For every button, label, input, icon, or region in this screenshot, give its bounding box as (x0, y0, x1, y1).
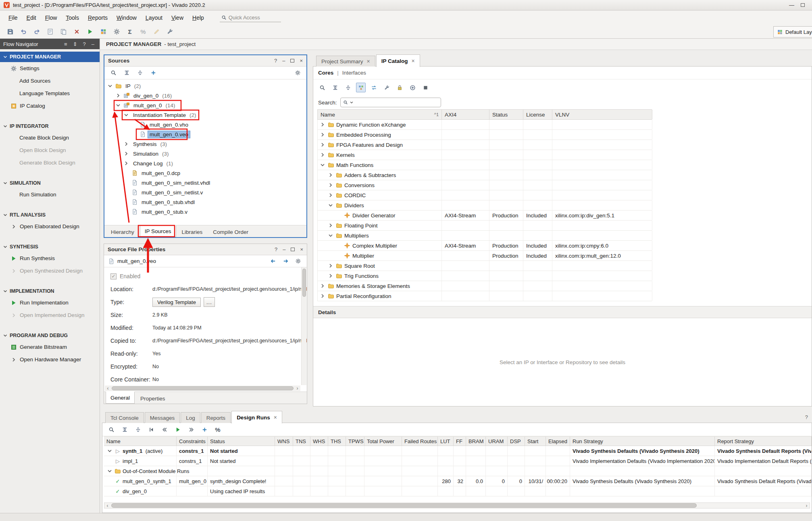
bottom-help-button[interactable]: ? (805, 414, 808, 420)
minimize-panel-button[interactable]: – (282, 58, 285, 64)
search-button[interactable] (108, 68, 118, 78)
layout-selector-button[interactable]: Default Layou (773, 26, 812, 38)
flow-item-open-block-design[interactable]: Open Block Design (0, 144, 100, 156)
caret-right-icon[interactable] (115, 92, 121, 99)
run-row-mult-gen-0-synth-1[interactable]: ✓mult_gen_0_synth_1mult_gen_0synth_desig… (104, 476, 812, 486)
caret-down-icon[interactable] (2, 180, 8, 186)
flow-section-project-manager[interactable]: PROJECT MANAGER (0, 52, 100, 62)
flow-item-open-synthesized-design[interactable]: Open Synthesized Design (0, 265, 100, 277)
runs-column-dsp[interactable]: DSP (508, 437, 525, 446)
ip-column-name[interactable]: Name^1 (318, 110, 442, 119)
ip-row-square-root[interactable]: Square Root (318, 261, 652, 271)
scrollbar-thumb[interactable] (112, 386, 294, 390)
tree-item-mult-gen-0-sim-netlist-v[interactable]: mult_gen_0_sim_netlist.v (104, 188, 306, 197)
tree-item-div-gen-0[interactable]: div_gen_0(16) (104, 91, 306, 100)
edit-button[interactable] (151, 27, 162, 37)
caret-right-icon[interactable] (319, 293, 326, 299)
settings-button[interactable] (111, 27, 122, 37)
ip-row-fpga-features-and-design[interactable]: FPGA Features and Design (318, 140, 652, 150)
ipcat-search-input[interactable] (340, 98, 441, 107)
runs-column-status[interactable]: Status (208, 437, 275, 446)
caret-down-icon[interactable] (327, 202, 334, 208)
add-button[interactable] (148, 68, 158, 78)
scroll-right-icon[interactable]: › (294, 386, 300, 391)
redo-button[interactable] (31, 27, 42, 37)
search-button[interactable] (106, 425, 116, 434)
wrench-button[interactable] (164, 27, 175, 37)
add-button[interactable] (200, 425, 209, 434)
bottom-tab-log[interactable]: Log (181, 412, 200, 423)
report-button[interactable] (45, 27, 55, 37)
collapse-all-button[interactable] (122, 68, 131, 78)
run-row-out-of-context-module-runs[interactable]: Out-of-Context Module Runs (104, 466, 812, 476)
tree-item-mult-gen-0-veo[interactable]: mult_gen_0.veo (104, 129, 306, 139)
flow-section-synthesis[interactable]: SYNTHESIS (0, 242, 100, 252)
menu-reports[interactable]: Reports (83, 13, 112, 23)
sources-tab-libraries[interactable]: Libraries (177, 227, 208, 237)
bottom-tab-reports[interactable]: Reports (201, 412, 231, 423)
runs-column-failed-routes[interactable]: Failed Routes (402, 437, 438, 446)
caret-right-icon[interactable] (319, 152, 326, 158)
flow-section-implementation[interactable]: IMPLEMENTATION (0, 286, 100, 296)
ip-row-floating-point[interactable]: Floating Point (318, 221, 652, 231)
float-panel-button[interactable] (290, 59, 294, 63)
tree-item-mult-gen-0-sim-netlist-vhdl[interactable]: mult_gen_0_sim_netlist.vhdl (104, 178, 306, 188)
wrench-button[interactable] (382, 83, 391, 92)
flow-section-rtl-analysis[interactable]: RTL ANALYSIS (0, 210, 100, 220)
run-row-synth-1[interactable]: ▷synth_1 (active)constrs_1Not startedViv… (104, 446, 812, 456)
ip-row-trig-functions[interactable]: Trig Functions (318, 271, 652, 281)
maximize-window-button[interactable] (801, 3, 805, 7)
caret-down-icon[interactable] (2, 288, 8, 294)
caret-right-icon[interactable] (10, 312, 17, 319)
ip-row-cordic[interactable]: CORDIC (318, 190, 652, 200)
interfaces-tab[interactable]: Interfaces (342, 70, 366, 76)
tree-item-mult-gen-0-stub-v[interactable]: mult_gen_0_stub.v (104, 207, 306, 217)
tree-item-change-log[interactable]: Change Log(1) (104, 158, 306, 168)
help-button[interactable]: ? (275, 246, 277, 252)
expand-all-button[interactable] (343, 83, 353, 92)
runs-column-whs[interactable]: WHS (310, 437, 328, 446)
collapse-all-button[interactable] (330, 83, 340, 92)
tree-item-mult-gen-0-vho[interactable]: mult_gen_0.vho (104, 120, 306, 129)
sources-settings-button[interactable] (293, 68, 302, 78)
menu-edit[interactable]: Edit (22, 13, 41, 23)
close-tab-icon[interactable]: × (367, 58, 370, 65)
stop-button[interactable] (421, 83, 430, 92)
ipcat-tab-ip-catalog[interactable]: IP Catalog× (376, 54, 420, 67)
flow-item-ip-catalog[interactable]: IP Catalog (0, 100, 100, 112)
flow-section-program-and-debug[interactable]: PROGRAM AND DEBUG (0, 330, 100, 341)
percent-button[interactable]: % (213, 425, 223, 434)
caret-down-icon[interactable] (327, 232, 334, 239)
menu-tools[interactable]: Tools (61, 13, 83, 23)
vertical-scrollbar[interactable] (301, 267, 306, 385)
props-tab-properties[interactable]: Properties (135, 394, 170, 404)
ip-row-adders-subtracters[interactable]: Adders & Subtracters (318, 170, 652, 180)
minimize-window-button[interactable]: — (789, 2, 794, 8)
flow-item-open-hardware-manager[interactable]: Open Hardware Manager (0, 353, 100, 366)
caret-right-icon[interactable] (319, 283, 326, 289)
tree-item-synthesis[interactable]: Synthesis(3) (104, 139, 306, 149)
caret-right-icon[interactable] (123, 150, 129, 157)
caret-down-icon[interactable] (2, 123, 8, 129)
ip-row-memories-storage-elements[interactable]: Memories & Storage Elements (318, 281, 652, 291)
help-icon[interactable]: ? (81, 41, 88, 47)
more-button[interactable]: ... (204, 297, 215, 307)
runs-column-start[interactable]: Start (525, 437, 546, 446)
caret-right-icon[interactable] (10, 268, 17, 274)
transfer-button[interactable] (369, 83, 379, 92)
caret-down-icon[interactable] (2, 333, 8, 338)
collapse-all-button[interactable] (120, 425, 129, 434)
flow-item-language-templates[interactable]: Language Templates (0, 87, 100, 100)
runs-column-name[interactable]: Name (104, 437, 177, 446)
sources-tab-ip-sources[interactable]: IP Sources (140, 225, 176, 237)
dock-icon[interactable]: ≡ (62, 41, 69, 47)
forward-button[interactable] (281, 256, 290, 266)
ip-row-partial-reconfiguration[interactable]: Partial Reconfiguration (318, 291, 652, 301)
runs-column-tns[interactable]: TNS (293, 437, 310, 446)
taxonomy-button[interactable] (356, 83, 366, 92)
sigma-button[interactable]: Σ (125, 27, 135, 37)
caret-right-icon[interactable] (319, 131, 326, 138)
caret-right-icon[interactable] (327, 273, 334, 279)
minimize-panel-button[interactable]: – (283, 246, 285, 252)
menu-help[interactable]: Help (188, 13, 208, 23)
